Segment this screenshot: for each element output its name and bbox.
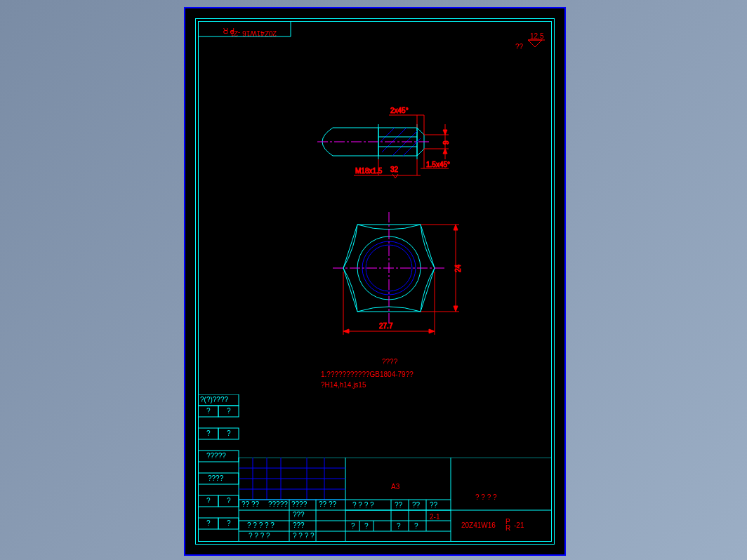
svg-text:24: 24 [454, 264, 462, 272]
svg-line-8 [381, 128, 395, 142]
svg-text:??: ?? [430, 501, 438, 509]
svg-text:?: ? [206, 429, 211, 437]
notes-line2: ?H14,h14,js15 [321, 381, 366, 389]
svg-text:?: ? [397, 522, 401, 530]
title-block: A3 ? ? ? ? 20Z41W16 P R -21 [198, 458, 552, 542]
svg-text:?: ? [227, 407, 231, 415]
svg-text:?(?)????: ?(?)???? [200, 396, 228, 404]
svg-text:?: ? [206, 407, 211, 415]
revision-grid [239, 458, 345, 500]
svg-text:? ? ? ?: ? ? ? ? [293, 532, 315, 540]
svg-text:? ? ? ? ?: ? ? ? ? ? [247, 521, 275, 529]
svg-text:??: ?? [395, 501, 403, 509]
surface-mark: ?? [515, 43, 524, 51]
svg-text:R: R [505, 524, 510, 532]
scale-value: 2-1 [430, 513, 440, 521]
svg-text:???: ??? [293, 521, 305, 529]
thread-dim: M18x1.5 32 [354, 159, 421, 178]
drawing-sheet: 20Z41W16 -21 P R 12.5 ?? [184, 7, 566, 556]
svg-text:? ? ? ?: ? ? ? ? [352, 501, 374, 509]
drawing-title: ? ? ? ? [475, 493, 497, 501]
svg-text:2x45°: 2x45° [390, 107, 409, 114]
top-drawing-number-sub: P R [223, 27, 235, 34]
svg-text:???: ??? [293, 511, 305, 519]
drawing-number-main: 20Z41W16 [461, 521, 496, 529]
svg-text:????: ???? [291, 500, 308, 508]
svg-line-6 [392, 131, 417, 156]
top-header-svg: 20Z41W16 -21 P R 12.5 ?? [185, 8, 564, 51]
svg-text:?: ? [364, 522, 369, 530]
svg-text:?? ??: ?? ?? [242, 500, 259, 508]
notes-block: ???? 1.???????????GB1804-79?? ?H14,h14,j… [312, 356, 593, 405]
svg-text:32: 32 [390, 166, 399, 173]
svg-line-5 [382, 128, 406, 152]
notes-title: ???? [382, 358, 398, 366]
svg-text:?: ? [351, 522, 355, 530]
chamfer1-dim: 2x45° [389, 107, 424, 135]
svg-text:?? ??: ?? ?? [319, 500, 336, 508]
drawing-number-suffix: -21 [514, 521, 524, 529]
sheet-size: A3 [391, 483, 400, 491]
front-view: 24 27.7 [312, 198, 522, 359]
svg-text:?: ? [227, 429, 231, 437]
svg-text:1.5x45°: 1.5x45° [426, 161, 450, 168]
surface-finish-symbol: 12.5 [528, 32, 545, 47]
svg-text:?: ? [414, 522, 418, 530]
svg-text:M18x1.5: M18x1.5 [355, 167, 383, 175]
top-drawing-number: 20Z41W16 -21 [230, 29, 277, 37]
svg-text:?????: ????? [268, 500, 288, 508]
svg-text:??: ?? [412, 501, 421, 509]
side-view: 2x45° 1.5x45° M18x1.5 32 9 [312, 100, 522, 191]
svg-text:9: 9 [442, 140, 450, 145]
svg-text:? ? ? ?: ? ? ? ? [249, 532, 270, 540]
notes-line1: 1.???????????GB1804-79?? [321, 371, 414, 378]
svg-text:27.7: 27.7 [379, 322, 393, 330]
surface-finish-value: 12.5 [530, 32, 544, 40]
